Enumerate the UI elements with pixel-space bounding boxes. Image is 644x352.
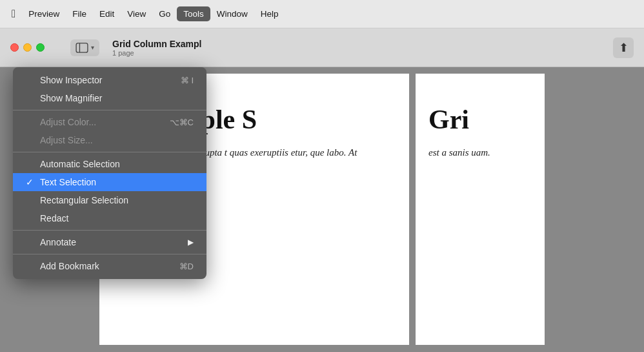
page-body-right: est a sanis uam. (428, 145, 532, 160)
menu-item-automatic-selection[interactable]: Automatic Selection (13, 155, 206, 173)
shortcut-adjust-color: ⌥⌘C (170, 118, 194, 127)
close-button[interactable] (10, 43, 19, 52)
menu-item-redact[interactable]: Redact (13, 209, 206, 227)
sidebar-icon (75, 43, 88, 53)
menu-item-adjust-color: Adjust Color... ⌥⌘C (13, 113, 206, 131)
menu-separator-2 (13, 152, 206, 152)
doc-title-area: Grid Column Exampl 1 page (112, 39, 201, 57)
svg-rect-0 (76, 43, 88, 52)
toolbar-right: ⬆ (613, 37, 634, 58)
sidebar-toggle[interactable]: ▾ (70, 39, 99, 56)
menubar-go[interactable]: Go (152, 6, 177, 21)
menu-label-adjust-color: Adjust Color... (40, 117, 96, 127)
main-content: A Simple S Excepedi ut ad molupta t quas… (0, 67, 644, 352)
share-button[interactable]: ⬆ (613, 37, 634, 58)
menu-item-adjust-size: Adjust Size... (13, 131, 206, 149)
menu-item-rectangular-selection[interactable]: Rectangular Selection (13, 191, 206, 209)
menu-item-show-magnifier[interactable]: Show Magnifier (13, 89, 206, 107)
chevron-down-icon: ▾ (91, 44, 94, 51)
menu-label-redact: Redact (40, 213, 68, 223)
menu-item-show-inspector[interactable]: Show Inspector ⌘ I (13, 71, 206, 89)
menu-separator-3 (13, 230, 206, 231)
menu-item-annotate[interactable]: Annotate ▶ (13, 233, 206, 251)
doc-title: Grid Column Exampl (112, 39, 201, 49)
menu-separator-1 (13, 110, 206, 110)
menubar-preview[interactable]: Preview (22, 6, 66, 21)
arrow-annotate: ▶ (188, 238, 194, 247)
menu-label-automatic-selection: Automatic Selection (40, 159, 120, 169)
menu-label-annotate: Annotate (40, 237, 76, 247)
menu-label-show-magnifier: Show Magnifier (40, 93, 103, 103)
menu-label-rectangular-selection: Rectangular Selection (40, 195, 128, 205)
menubar-view[interactable]: View (121, 6, 152, 21)
menubar-file[interactable]: File (66, 6, 93, 21)
menu-separator-4 (13, 254, 206, 254)
menubar-window[interactable]: Window (210, 6, 254, 21)
minimize-button[interactable] (23, 43, 32, 52)
menu-label-text-selection: Text Selection (40, 177, 96, 187)
menubar-help[interactable]: Help (254, 6, 285, 21)
toolbar: ▾ Grid Column Exampl 1 page ⬆ (0, 28, 644, 67)
menu-label-show-inspector: Show Inspector (40, 75, 103, 85)
page-right: Gri est a sanis uam. (416, 74, 545, 345)
menu-label-adjust-size: Adjust Size... (40, 135, 93, 145)
shortcut-show-inspector: ⌘ I (181, 76, 194, 85)
menubar:  Preview File Edit View Go Tools Window… (0, 0, 644, 28)
menu-item-text-selection[interactable]: ✓ Text Selection (13, 173, 206, 191)
doc-subtitle: 1 page (112, 49, 201, 57)
maximize-button[interactable] (36, 43, 45, 52)
page-title-right: Gri (428, 105, 532, 134)
menubar-tools[interactable]: Tools (177, 6, 210, 21)
menubar-edit[interactable]: Edit (93, 6, 121, 21)
tools-dropdown-menu: Show Inspector ⌘ I Show Magnifier Adjust… (13, 67, 206, 279)
checkmark-text-selection: ✓ (26, 177, 36, 187)
menu-label-add-bookmark: Add Bookmark (40, 261, 99, 271)
traffic-lights (10, 43, 45, 52)
shortcut-add-bookmark: ⌘D (179, 262, 194, 271)
apple-menu[interactable]:  (5, 5, 22, 23)
menu-item-add-bookmark[interactable]: Add Bookmark ⌘D (13, 257, 206, 275)
